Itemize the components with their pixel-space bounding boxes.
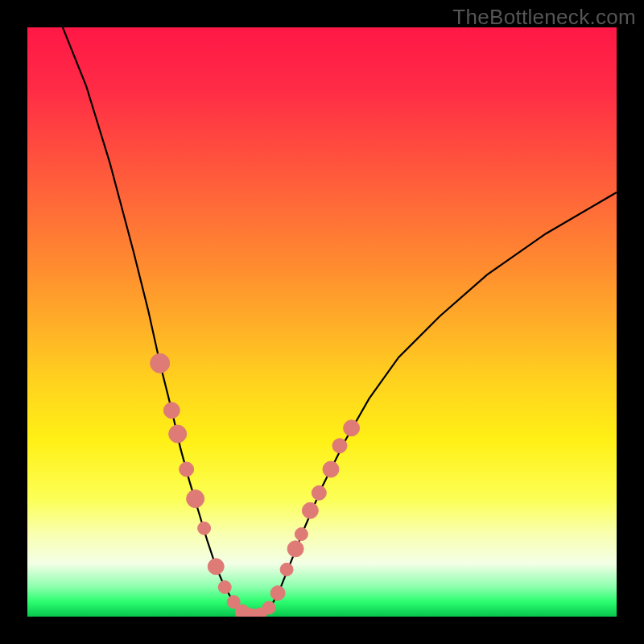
- curve-markers: [151, 353, 360, 617]
- chart-frame: TheBottleneck.com: [0, 0, 644, 644]
- data-marker: [344, 420, 360, 436]
- chart-plot-area: [27, 27, 617, 617]
- data-marker: [323, 461, 339, 477]
- data-marker: [312, 485, 326, 500]
- data-marker: [287, 541, 303, 557]
- data-marker: [332, 439, 347, 453]
- data-marker: [187, 490, 204, 508]
- bottleneck-curve: [63, 27, 617, 616]
- chart-svg: [27, 27, 617, 617]
- data-marker: [151, 353, 170, 373]
- data-marker: [302, 502, 318, 518]
- data-marker: [270, 586, 285, 601]
- data-marker: [163, 402, 180, 419]
- watermark-text: TheBottleneck.com: [452, 5, 636, 30]
- data-marker: [208, 559, 224, 575]
- data-marker: [295, 528, 308, 541]
- data-marker: [169, 425, 187, 443]
- data-marker: [280, 563, 293, 576]
- data-marker: [262, 601, 275, 614]
- data-marker: [180, 462, 194, 477]
- data-marker: [198, 522, 211, 535]
- curve-lines: [63, 27, 617, 616]
- data-marker: [218, 580, 231, 593]
